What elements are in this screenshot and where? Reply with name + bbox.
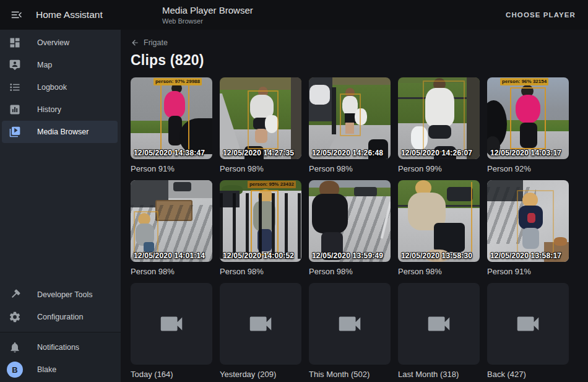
- clips-grid: person: 97% 29988 12/05/2020 14:38:47 Pe…: [131, 77, 588, 379]
- sidebar-item-label: Logbook: [37, 83, 67, 92]
- hammer-icon: [9, 289, 21, 301]
- scene-shape: [173, 182, 191, 192]
- clip-thumbnail[interactable]: 12/05/2020 13:58:30: [398, 180, 480, 262]
- folder-card-this-month[interactable]: This Month (502): [309, 283, 391, 379]
- sidebar-item-label: Configuration: [37, 313, 83, 321]
- clip-thumbnail[interactable]: person: 95% 23432 12/05/2020 14:00:52: [220, 180, 301, 262]
- sidebar-item-media-browser[interactable]: Media Browser: [2, 121, 118, 143]
- folder-thumbnail[interactable]: [220, 283, 301, 365]
- gear-icon: [9, 311, 21, 323]
- clip-timestamp: 12/05/2020 14:01:14: [134, 251, 205, 260]
- clip-thumbnail[interactable]: person: 97% 29988 12/05/2020 14:38:47: [131, 77, 212, 159]
- clip-caption: Person 92%: [487, 164, 569, 173]
- choose-player-button[interactable]: CHOOSE PLAYER: [504, 6, 577, 24]
- sidebar-toggle-button[interactable]: [8, 6, 25, 24]
- video-camera-icon: [425, 310, 453, 338]
- folder-thumbnail[interactable]: [398, 283, 480, 365]
- media-player-title: Media Player Browser: [162, 5, 253, 15]
- folder-thumbnail[interactable]: [487, 283, 569, 365]
- folder-card-yesterday[interactable]: Yesterday (209): [220, 283, 301, 379]
- scene-shape: [434, 223, 465, 253]
- clip-caption: Person 98%: [398, 267, 480, 276]
- clip-timestamp: 12/05/2020 14:38:47: [134, 149, 205, 157]
- folder-card-today[interactable]: Today (164): [131, 283, 212, 379]
- sidebar-item-profile[interactable]: B Blake: [2, 358, 118, 381]
- menu-open-icon: [10, 8, 24, 22]
- folder-card-last-month[interactable]: Last Month (318): [398, 283, 480, 379]
- video-camera-icon: [514, 310, 542, 338]
- clip-timestamp: 12/05/2020 14:03:17: [490, 149, 561, 157]
- topbar-main: Media Player Browser Web Browser CHOOSE …: [121, 5, 588, 24]
- clip-timestamp: 12/05/2020 14:00:52: [223, 251, 294, 260]
- clip-card[interactable]: 12/05/2020 14:01:14 Person 98%: [131, 180, 212, 276]
- sidebar-item-map[interactable]: Map: [2, 54, 118, 76]
- clip-thumbnail[interactable]: 12/05/2020 14:26:48: [309, 77, 391, 159]
- back-arrow-icon: [131, 38, 139, 47]
- scene-shape: [354, 187, 377, 197]
- sidebar-footer-panel: Notifications B Blake: [0, 332, 121, 382]
- clip-card[interactable]: 12/05/2020 14:26:07 Person 99%: [398, 77, 480, 173]
- page-header: Media Player Browser Web Browser: [162, 5, 253, 24]
- folder-label: Yesterday (209): [220, 370, 301, 379]
- clip-card[interactable]: person: 95% 23432 12/05/2020 14:00:52 Pe…: [220, 180, 301, 276]
- media-browser-content: Frigate Clips (820) person: 97% 29988 12…: [121, 30, 588, 382]
- sidebar-item-configuration[interactable]: Configuration: [2, 306, 118, 328]
- clip-caption: Person 98%: [220, 267, 301, 276]
- clip-thumbnail[interactable]: 12/05/2020 14:27:35: [220, 77, 301, 159]
- user-avatar: B: [7, 362, 23, 378]
- sidebar-item-developer-tools[interactable]: Developer Tools: [2, 284, 118, 306]
- scene-shape: [447, 187, 473, 202]
- clip-timestamp: 12/05/2020 14:27:35: [223, 149, 294, 157]
- clip-card[interactable]: 12/05/2020 13:59:49 Person 98%: [309, 180, 391, 276]
- sidebar-item-notifications[interactable]: Notifications: [2, 336, 118, 358]
- detection-bbox: [517, 190, 555, 256]
- detection-bbox: [134, 211, 158, 254]
- breadcrumb-label: Frigate: [144, 38, 168, 47]
- clip-thumbnail[interactable]: 12/05/2020 13:59:49: [309, 180, 391, 262]
- detection-label: person: 95% 23432: [248, 181, 296, 188]
- clip-card[interactable]: 12/05/2020 13:58:17 Person 91%: [487, 180, 569, 276]
- clip-card[interactable]: person: 96% 32154 12/05/2020 14:03:17 Pe…: [487, 77, 569, 173]
- clip-timestamp: 12/05/2020 13:59:49: [312, 251, 383, 260]
- bell-icon: [9, 341, 21, 354]
- clip-caption: Person 98%: [309, 164, 391, 173]
- media-browser-icon: [9, 126, 21, 138]
- scene-shape: [467, 77, 480, 159]
- history-chart-icon: [9, 103, 21, 116]
- sidebar-item-history[interactable]: History: [2, 98, 118, 121]
- breadcrumb-back[interactable]: Frigate: [131, 38, 168, 47]
- scene-shape: [291, 77, 301, 159]
- folder-label: This Month (502): [309, 370, 391, 379]
- clip-timestamp: 12/05/2020 14:26:07: [401, 149, 472, 157]
- sidebar-item-label: Notifications: [37, 343, 79, 352]
- clip-card[interactable]: 12/05/2020 14:26:48 Person 98%: [309, 77, 391, 173]
- folder-label: Today (164): [131, 370, 212, 379]
- video-camera-icon: [335, 310, 364, 338]
- video-camera-icon: [157, 310, 186, 338]
- top-bar: Home Assistant Media Player Browser Web …: [0, 0, 588, 30]
- clip-thumbnail[interactable]: 12/05/2020 14:26:07: [398, 77, 480, 159]
- topbar-left: Home Assistant: [0, 6, 121, 24]
- clip-caption: Person 99%: [398, 164, 480, 173]
- scene-shape: [312, 194, 348, 233]
- folder-card-back[interactable]: Back (427): [487, 283, 569, 379]
- clip-card[interactable]: person: 97% 29988 12/05/2020 14:38:47 Pe…: [131, 77, 212, 173]
- folder-label: Last Month (318): [398, 370, 480, 379]
- sidebar-item-logbook[interactable]: Logbook: [2, 76, 118, 98]
- folder-thumbnail[interactable]: [131, 283, 212, 365]
- clip-thumbnail[interactable]: 12/05/2020 13:58:17: [487, 180, 569, 262]
- clip-caption: Person 91%: [131, 164, 212, 173]
- sidebar-item-label: Media Browser: [37, 128, 89, 136]
- home-assistant-app: Home Assistant Media Player Browser Web …: [0, 0, 588, 382]
- clip-card[interactable]: 12/05/2020 14:27:35 Person 98%: [220, 77, 301, 173]
- clip-timestamp: 12/05/2020 14:26:48: [312, 149, 383, 157]
- clip-timestamp: 12/05/2020 13:58:30: [401, 251, 472, 260]
- folder-thumbnail[interactable]: [309, 283, 391, 365]
- sidebar-item-label: Map: [37, 61, 52, 69]
- clip-thumbnail[interactable]: 12/05/2020 14:01:14: [131, 180, 212, 262]
- scene-shape: [471, 182, 472, 253]
- clip-card[interactable]: 12/05/2020 13:58:30 Person 98%: [398, 180, 480, 276]
- map-person-icon: [9, 59, 21, 71]
- sidebar-item-overview[interactable]: Overview: [2, 32, 118, 54]
- clip-thumbnail[interactable]: person: 96% 32154 12/05/2020 14:03:17: [487, 77, 569, 159]
